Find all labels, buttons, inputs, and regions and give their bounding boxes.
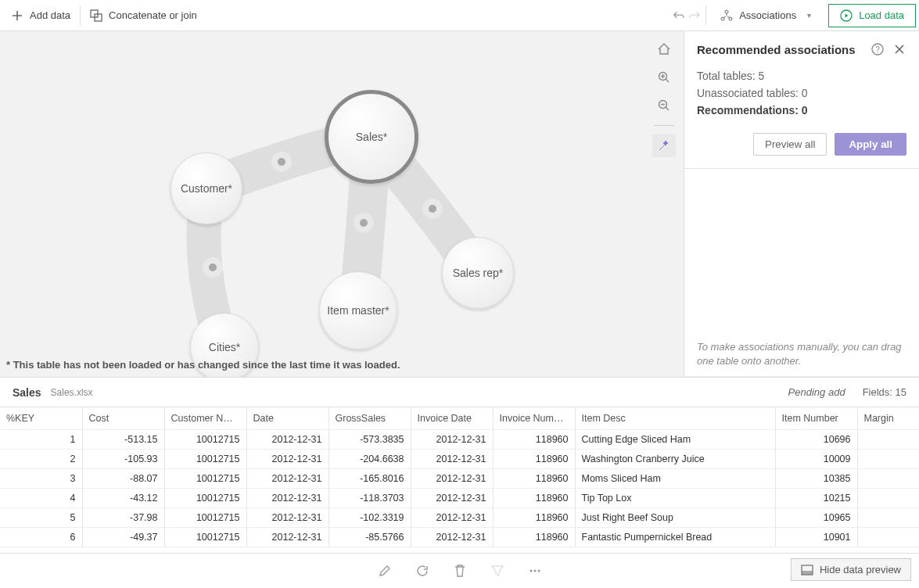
table-cell: 118960 [493,527,575,547]
table-cell: 118960 [493,507,575,527]
table-cell: 10012715 [164,488,246,507]
column-header[interactable]: GrossSales [328,407,411,429]
zoom-out-icon[interactable] [652,94,676,117]
table-cell: -49.37 [82,527,164,547]
association-canvas[interactable]: Sales* Customer* Cities* Item master* Sa… [0,31,684,377]
home-icon[interactable] [652,38,676,61]
concatenate-icon [90,9,102,22]
table-cell: 118960 [493,488,575,507]
table-cell: 10009 [775,449,857,468]
preview-table-name: Sales [13,386,41,399]
filter-icon[interactable] [490,563,505,579]
column-header[interactable]: %KEY [0,407,82,429]
table-row[interactable]: 5-37.98100127152012-12-31-102.33192012-1… [0,507,919,527]
close-icon[interactable] [892,42,906,56]
preview-header: Sales Sales.xlsx Pending add Fields: 15 [0,377,919,407]
load-data-label: Load data [859,9,904,21]
svg-point-2 [725,10,728,13]
node-sales-rep[interactable]: Sales rep* [442,237,514,309]
table-cell: -85.5766 [328,527,411,547]
association-joint[interactable] [271,152,292,172]
table-cell: 5 [0,507,82,527]
help-icon[interactable]: ? [871,42,885,56]
preview-all-button[interactable]: Preview all [753,133,827,156]
magic-wand-icon[interactable] [652,134,676,157]
table-cell: 118960 [493,429,575,449]
top-toolbar: Add data Concatenate or join Association… [0,0,919,31]
table-cell: -105.93 [82,449,164,468]
table-cell: 10012715 [164,449,246,468]
table-cell: -165.8016 [328,468,411,488]
column-header[interactable]: Invoice Num… [493,407,575,429]
association-joint[interactable] [422,199,443,219]
associations-label: Associations [739,9,796,21]
table-cell: 2012-12-31 [411,468,493,488]
svg-rect-14 [802,571,813,575]
table-cell: -88.07 [82,468,164,488]
load-data-button[interactable]: Load data [828,4,916,27]
column-header[interactable]: Customer N… [164,407,246,429]
column-header[interactable]: Date [246,407,328,429]
table-row[interactable]: 4-43.12100127152012-12-31-118.37032012-1… [0,488,919,507]
delete-icon[interactable] [452,563,468,579]
association-joint[interactable] [354,213,374,233]
more-icon[interactable] [527,563,543,579]
table-cell: -43.12 [82,488,164,507]
table-cell: -513.15 [82,429,164,449]
table-row[interactable]: 3-88.07100127152012-12-31-165.80162012-1… [0,468,919,488]
svg-point-12 [537,570,540,572]
preview-file-name: Sales.xlsx [51,387,93,398]
table-cell: 2012-12-31 [246,429,328,449]
node-customer[interactable]: Customer* [171,152,242,224]
table-cell: 118960 [493,468,575,488]
table-cell: Cutting Edge Sliced Ham [575,429,775,449]
node-sales[interactable]: Sales* [325,90,418,184]
add-data-button[interactable]: Add data [3,5,78,27]
table-cell [857,429,919,449]
table-cell [857,449,919,468]
edit-icon[interactable] [377,563,393,579]
undo-icon[interactable] [673,9,685,22]
table-cell: 118960 [493,449,575,468]
table-row[interactable]: 2-105.93100127152012-12-31-204.66382012-… [0,449,919,468]
redo-icon[interactable] [688,9,701,22]
table-row[interactable]: 1-513.15100127152012-12-31-573.38352012-… [0,429,919,449]
panel-hint: To make associations manually, you can d… [697,340,906,368]
hide-data-preview-button[interactable]: Hide data preview [791,558,911,581]
column-header[interactable]: Item Desc [575,407,775,429]
column-header[interactable]: Margin [857,407,919,429]
table-row[interactable]: 6-49.37100127152012-12-31-85.57662012-12… [0,527,919,547]
associations-dropdown[interactable]: Associations ▾ [711,5,820,27]
table-cell: Moms Sliced Ham [575,468,775,488]
column-header[interactable]: Cost [82,407,164,429]
svg-text:?: ? [875,45,880,54]
concatenate-button[interactable]: Concatenate or join [82,5,205,27]
data-preview-grid[interactable]: %KEYCostCustomer N…DateGrossSalesInvoice… [0,407,919,553]
table-cell: 10012715 [164,527,246,547]
table-cell: 10901 [775,527,857,547]
table-cell: 6 [0,527,82,547]
table-cell: 1 [0,429,82,449]
plus-icon [11,9,23,22]
table-cell [857,507,919,527]
table-cell: 10215 [775,488,857,507]
column-header[interactable]: Invoice Date [411,407,493,429]
column-header[interactable]: Item Number [775,407,857,429]
association-joint[interactable] [203,257,223,278]
table-cell: 2012-12-31 [246,527,328,547]
reload-icon[interactable] [415,563,430,579]
recommendations-panel: Recommended associations ? Total tables:… [684,31,919,377]
table-cell: -37.98 [82,507,164,527]
table-cell: 10965 [775,507,857,527]
zoom-in-icon[interactable] [652,66,676,89]
canvas-footnote: * This table has not been loaded or has … [6,359,400,371]
table-cell: 2012-12-31 [411,449,493,468]
concatenate-label: Concatenate or join [109,9,197,21]
apply-all-button[interactable]: Apply all [835,133,906,156]
node-item-master[interactable]: Item master* [319,271,397,350]
table-cell: 10012715 [164,429,246,449]
table-cell: 10012715 [164,507,246,527]
table-cell: Washington Cranberry Juice [575,449,775,468]
table-cell [857,468,919,488]
table-cell: 2012-12-31 [246,488,328,507]
